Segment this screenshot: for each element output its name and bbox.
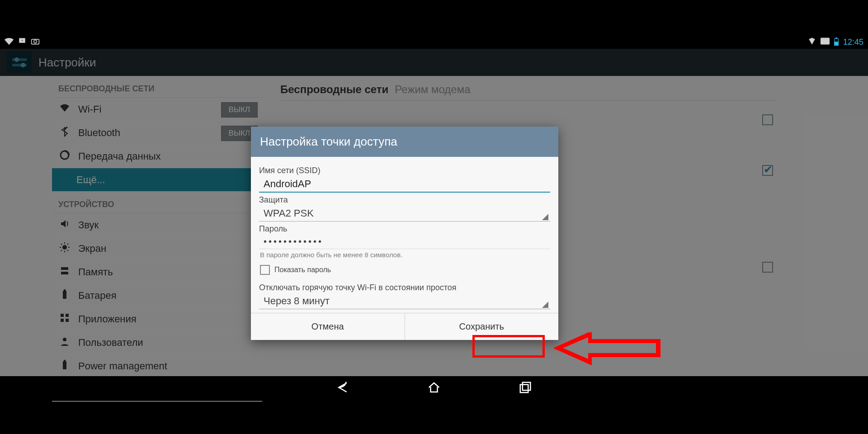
password-label: Пароль [259,224,550,234]
security-label: Защита [259,195,550,205]
system-nav-bar [0,376,868,399]
recent-apps-button[interactable] [518,380,533,395]
svg-rect-2 [821,38,830,44]
idle-value: Через 8 минут [264,295,330,307]
annotation-arrow-icon [554,330,667,366]
password-helper: В пароле должно быть не менее 8 символов… [259,249,550,262]
camera-status-icon [31,37,40,47]
password-input[interactable]: •••••••••••• [259,234,550,249]
security-spinner[interactable]: WPA2 PSK [259,205,550,222]
security-value: WPA2 PSK [264,208,314,219]
cancel-button[interactable]: Отмена [251,313,405,340]
dialog-title: Настройка точки доступа [251,127,558,157]
svg-rect-29 [520,385,528,393]
idle-spinner[interactable]: Через 8 минут [259,292,550,309]
show-password-row[interactable]: Показать пароль [259,262,550,280]
dialog-body: Имя сети (SSID) Защита WPA2 PSK Пароль •… [251,157,558,313]
hotspot-config-dialog: Настройка точки доступа Имя сети (SSID) … [251,127,558,340]
ssid-input[interactable] [259,175,550,193]
letterbox-bottom [0,399,868,434]
android-screen: 12:45 Настройки БЕСПРОВОДНЫЕ СЕТИ Wi-Fi … [0,35,868,399]
download-status-icon [18,37,26,47]
letterbox-top [0,0,868,35]
home-button[interactable] [427,380,441,395]
wifi-status-icon [5,37,14,47]
annotation-highlight-box [472,335,545,358]
location-status-icon [808,37,816,47]
back-button[interactable] [335,380,350,395]
status-clock: 12:45 [843,38,863,47]
show-password-checkbox[interactable] [260,265,270,275]
idle-label: Отключать горячую точку Wi-Fi в состояни… [259,283,550,292]
battery-icon [834,38,839,46]
svg-rect-30 [523,382,531,391]
keyboard-status-icon [821,38,830,47]
show-password-label: Показать пароль [274,266,331,274]
status-bar: 12:45 [0,35,868,49]
ssid-label: Имя сети (SSID) [259,166,550,175]
svg-point-1 [34,40,37,43]
